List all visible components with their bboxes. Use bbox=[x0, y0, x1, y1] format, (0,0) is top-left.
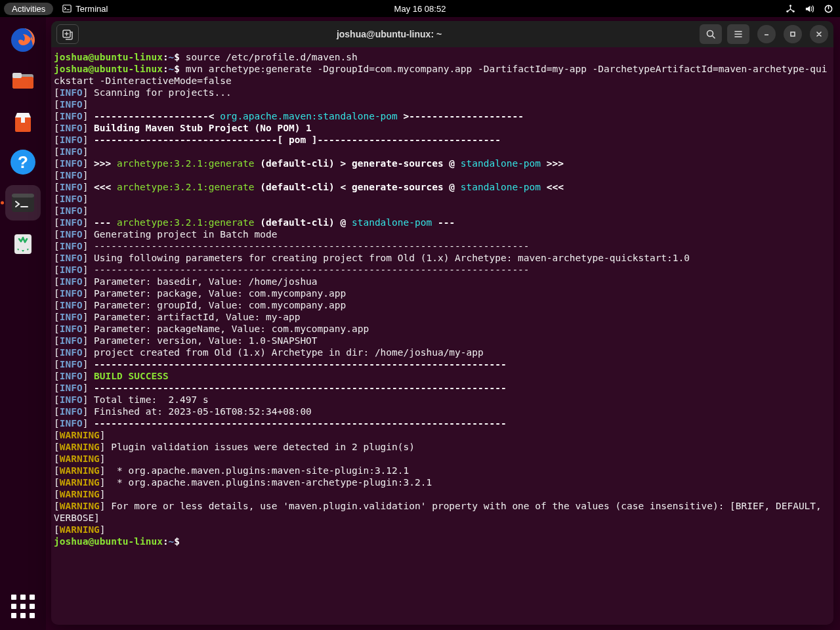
svg-rect-9 bbox=[21, 117, 25, 123]
svg-point-1 bbox=[789, 5, 791, 7]
network-icon[interactable] bbox=[786, 4, 795, 14]
svg-point-16 bbox=[707, 31, 713, 37]
svg-rect-8 bbox=[12, 73, 22, 78]
svg-text:?: ? bbox=[18, 152, 28, 172]
terminal-window: joshua@ubuntu-linux: ~ joshua@ubuntu-lin… bbox=[51, 21, 833, 625]
volume-icon[interactable] bbox=[805, 4, 814, 14]
search-button[interactable] bbox=[700, 24, 722, 44]
gnome-topbar: Activities Terminal May 16 08:52 bbox=[0, 0, 840, 17]
svg-rect-0 bbox=[63, 5, 71, 12]
app-menu[interactable]: Terminal bbox=[62, 4, 108, 14]
titlebar: joshua@ubuntu-linux: ~ bbox=[51, 21, 833, 47]
window-title: joshua@ubuntu-linux: ~ bbox=[84, 29, 694, 39]
dock-trash[interactable] bbox=[5, 226, 41, 261]
minimize-button[interactable] bbox=[757, 25, 776, 43]
app-menu-label: Terminal bbox=[75, 4, 108, 14]
power-icon[interactable] bbox=[824, 4, 833, 14]
dock-firefox[interactable] bbox=[5, 22, 41, 58]
clock[interactable]: May 16 08:52 bbox=[394, 4, 446, 14]
terminal-icon bbox=[62, 4, 72, 13]
svg-rect-17 bbox=[791, 32, 795, 36]
dock-software[interactable] bbox=[5, 104, 41, 139]
show-apps-button[interactable] bbox=[11, 595, 35, 618]
hamburger-button[interactable] bbox=[727, 24, 749, 44]
new-tab-button[interactable] bbox=[56, 24, 79, 44]
dock-help[interactable]: ? bbox=[5, 144, 41, 180]
svg-rect-7 bbox=[12, 77, 33, 89]
close-button[interactable] bbox=[810, 25, 828, 43]
dock-files[interactable] bbox=[5, 63, 41, 98]
dock-terminal[interactable] bbox=[5, 185, 41, 220]
terminal-output[interactable]: joshua@ubuntu-linux:~$ source /etc/profi… bbox=[51, 47, 833, 625]
svg-rect-13 bbox=[12, 194, 34, 198]
maximize-button[interactable] bbox=[784, 25, 802, 43]
dock: ? bbox=[0, 17, 46, 630]
activities-button[interactable]: Activities bbox=[4, 3, 53, 15]
